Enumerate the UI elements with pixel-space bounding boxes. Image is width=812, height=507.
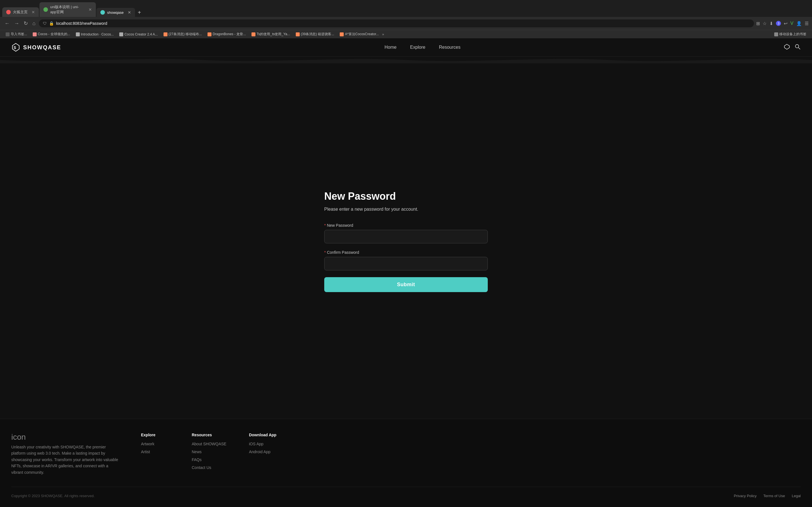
required-marker-1: * (324, 223, 326, 228)
bookmark-39[interactable]: (39条消息) 箱逆骁客... (294, 31, 337, 37)
submit-button[interactable]: Submit (324, 277, 488, 292)
download-button[interactable]: ⬇ (769, 21, 773, 26)
new-password-input[interactable] (324, 230, 488, 243)
footer-link-artist[interactable]: Artist (141, 450, 169, 454)
bookmark-intro[interactable]: Introduction · Cocos... (73, 32, 116, 37)
browser-toolbar: ← → ↻ ⌂ 🛡 🔒 localhost:8083/newPassword ⊞… (0, 17, 812, 30)
home-button[interactable]: ⌂ (31, 19, 37, 27)
vpn-icon[interactable]: V (790, 21, 794, 26)
bookmark-label: (39条消息) 箱逆骁客... (301, 32, 335, 37)
tab-favicon-3 (100, 10, 105, 15)
nav-links: Home Explore Resources (385, 45, 460, 50)
tab-close-3[interactable]: ✕ (128, 10, 131, 15)
nav-home[interactable]: Home (385, 45, 397, 50)
nav-explore[interactable]: Explore (410, 45, 425, 50)
footer-link-about[interactable]: About SHOWQASE (192, 442, 226, 446)
footer-copyright: Copyright © 2023 SHOWQASE. All rights re… (11, 494, 95, 498)
confirm-password-label: *Confirm Password (324, 250, 488, 255)
bookmark-mobile[interactable]: (27条消息) 移动端布... (161, 31, 204, 37)
address-text[interactable]: localhost:8083/newPassword (56, 21, 750, 25)
bookmark-label: Ts的使用_ts使用_Ya... (257, 32, 290, 37)
bookmarks-more[interactable]: » (382, 33, 384, 36)
bookmark-dragon[interactable]: DragonBones - 龙骨... (205, 31, 248, 37)
back-arrow-button[interactable]: ↩ (784, 21, 788, 26)
bookmark-label: Introduction · Cocos... (81, 33, 114, 36)
footer-explore-section: Explore Artwork Artist (141, 433, 169, 457)
bookmark-ts[interactable]: Ts的使用_ts使用_Ya... (249, 31, 292, 37)
bookmark-creator[interactable]: Cocos Creator 2.4 A... (117, 32, 160, 37)
tab-label-3: showqase (107, 10, 124, 15)
bookmark-star-button[interactable]: ☆ (763, 21, 767, 26)
page-wrapper: S SHOWQASE Home Explore Resources (0, 38, 812, 507)
tab-label-1: 火狐主页 (13, 10, 28, 15)
footer-link-contact[interactable]: Contact Us (192, 465, 226, 470)
bookmarks-bar: 导入书签... Cocos - 全球领先的... Introduction · … (0, 30, 812, 38)
confirm-password-input[interactable] (324, 257, 488, 270)
footer-legal-links: Privacy Policy Terms of Use Legal (734, 494, 801, 498)
bookmark-label: (27条消息) 移动端布... (168, 32, 202, 37)
footer-download-section: Download App iOS App Android App (249, 433, 277, 457)
browser-actions: ⊞ ☆ ⬇ 3 ↩ V 👤 ☰ (756, 21, 809, 26)
footer-explore-title: Explore (141, 433, 169, 437)
bookmark-label: Cocos Creator 2.4 A... (124, 33, 158, 36)
site-nav: S SHOWQASE Home Explore Resources (0, 38, 812, 57)
bookmark-icon (119, 33, 123, 36)
logo-icon: S (11, 43, 20, 52)
bookmark-icon (340, 33, 344, 36)
forward-button[interactable]: → (13, 19, 20, 27)
bookmark-label: Cocos - 全球领先的... (38, 32, 70, 37)
bookmark-astar[interactable]: A*算法CocosCreator... (338, 31, 381, 37)
bookmark-mobile-device[interactable]: 移动设备上的书签 (772, 31, 809, 37)
notification-badge: 3 (776, 21, 781, 26)
footer-legal[interactable]: Legal (792, 494, 801, 498)
tab-close-2[interactable]: ✕ (89, 7, 92, 12)
diamond-icon (784, 44, 790, 50)
diamond-button[interactable] (784, 44, 790, 51)
bookmark-label: 导入书签... (11, 32, 27, 37)
back-button[interactable]: ← (3, 19, 11, 27)
browser-chrome: 火狐主页 ✕ uni版本说明 | uni-app官网 ✕ showqase ✕ … (0, 0, 812, 38)
nav-actions (784, 44, 801, 51)
svg-line-4 (799, 48, 800, 49)
footer-brand-icon: icon (11, 433, 118, 442)
browser-tab-3[interactable]: showqase ✕ (96, 8, 135, 17)
footer-link-news[interactable]: News (192, 450, 226, 454)
new-tab-button[interactable]: + (136, 8, 144, 17)
browser-tab-1[interactable]: 火狐主页 ✕ (2, 7, 39, 17)
main-content: New Password Please enter a new password… (0, 63, 812, 419)
new-password-label: *New Password (324, 223, 488, 228)
bookmark-icon (207, 33, 211, 36)
security-icon: 🛡 (43, 21, 47, 25)
footer-brand: icon Unleash your creativity with SHOWQA… (11, 433, 118, 475)
bookmark-icon (252, 33, 255, 36)
bookmark-import[interactable]: 导入书签... (3, 31, 29, 37)
bookmark-icon (774, 33, 778, 36)
footer-link-faqs[interactable]: FAQs (192, 457, 226, 462)
footer-link-android[interactable]: Android App (249, 450, 277, 454)
footer-link-ios[interactable]: iOS App (249, 442, 277, 446)
search-icon (795, 44, 801, 50)
confirm-password-label-text: Confirm Password (327, 250, 359, 255)
nav-resources[interactable]: Resources (439, 45, 460, 50)
reload-button[interactable]: ↻ (22, 19, 29, 27)
confirm-password-field-group: *Confirm Password (324, 250, 488, 277)
form-container: New Password Please enter a new password… (324, 190, 488, 292)
footer-privacy-policy[interactable]: Privacy Policy (734, 494, 757, 498)
footer-link-artwork[interactable]: Artwork (141, 442, 169, 446)
bookmark-icon (296, 33, 300, 36)
address-bar[interactable]: 🛡 🔒 localhost:8083/newPassword (39, 19, 754, 27)
footer-content: icon Unleash your creativity with SHOWQA… (11, 433, 801, 475)
profile-button[interactable]: 👤 (796, 21, 802, 26)
bookmark-cocos[interactable]: Cocos - 全球领先的... (31, 31, 72, 37)
menu-button[interactable]: ☰ (805, 21, 809, 26)
extensions-button[interactable]: ⊞ (756, 21, 760, 26)
bookmark-icon (6, 33, 10, 36)
form-title: New Password (324, 190, 488, 202)
browser-tab-2[interactable]: uni版本说明 | uni-app官网 ✕ (40, 2, 96, 17)
bookmark-icon (163, 33, 167, 36)
tab-favicon-2 (43, 7, 48, 12)
tab-close-1[interactable]: ✕ (32, 10, 35, 14)
bookmark-label: 移动设备上的书签 (779, 32, 806, 37)
footer-terms-of-use[interactable]: Terms of Use (763, 494, 785, 498)
search-button[interactable] (795, 44, 801, 51)
